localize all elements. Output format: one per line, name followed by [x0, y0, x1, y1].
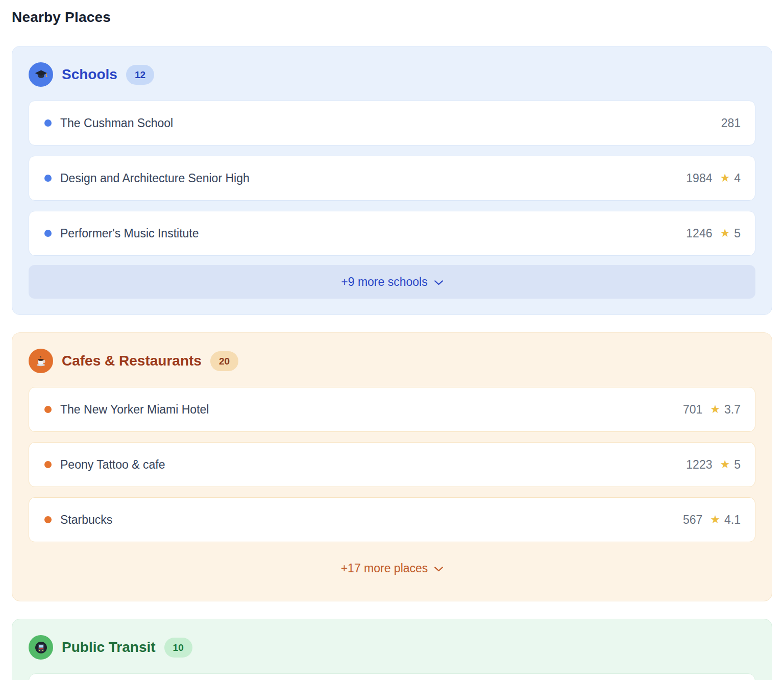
star-icon: ★	[710, 404, 720, 415]
star-icon: ★	[720, 173, 730, 184]
public-transit-section: Public Transit 10	[12, 619, 772, 680]
rating-value: 5	[734, 458, 741, 472]
place-name: Performer's Music Institute	[60, 227, 686, 240]
bullet-dot	[44, 230, 52, 237]
transit-list	[29, 673, 755, 680]
list-item[interactable]: Peony Tattoo & cafe 1223 ★ 5	[29, 442, 755, 487]
place-name: The Cushman School	[60, 116, 721, 130]
list-item[interactable]: Design and Architecture Senior High 1984…	[29, 156, 755, 201]
bullet-dot	[44, 406, 52, 413]
star-icon: ★	[720, 459, 730, 470]
rating-value: 4.1	[724, 513, 741, 527]
count-badge: 20	[210, 351, 238, 371]
place-name: Peony Tattoo & cafe	[60, 458, 686, 472]
review-count: 1984	[686, 172, 712, 185]
bullet-dot	[44, 175, 52, 182]
count-badge: 12	[126, 65, 154, 85]
place-name: The New Yorker Miami Hotel	[60, 403, 683, 417]
more-schools-button[interactable]: +9 more schools	[29, 265, 755, 299]
cafes-list: The New Yorker Miami Hotel 701 ★ 3.7 Peo…	[29, 387, 755, 542]
star-icon: ★	[720, 228, 730, 239]
list-item[interactable]	[29, 673, 755, 680]
bullet-dot	[44, 119, 52, 127]
chevron-down-icon	[434, 280, 443, 285]
metro-train-icon	[29, 635, 53, 660]
place-name: Starbucks	[60, 513, 683, 527]
bullet-dot	[44, 516, 52, 523]
review-count: 1246	[686, 227, 712, 240]
review-count: 281	[721, 116, 741, 130]
coffee-cup-icon	[29, 349, 53, 373]
schools-section: Schools 12 The Cushman School 281 Design…	[12, 46, 772, 315]
star-icon: ★	[710, 514, 720, 525]
bullet-dot	[44, 461, 52, 468]
review-count: 1223	[686, 458, 712, 472]
review-count: 567	[683, 513, 702, 527]
page-title: Nearby Places	[12, 9, 772, 26]
list-item[interactable]: Starbucks 567 ★ 4.1	[29, 497, 755, 542]
section-title: Schools	[62, 66, 117, 83]
more-places-button[interactable]: +17 more places	[29, 551, 755, 585]
graduation-cap-icon	[29, 62, 53, 87]
more-button-label: +9 more schools	[341, 275, 427, 289]
place-name: Design and Architecture Senior High	[60, 172, 686, 185]
rating-value: 5	[734, 227, 741, 240]
schools-section-header: Schools 12	[29, 62, 755, 87]
list-item[interactable]: The Cushman School 281	[29, 101, 755, 145]
schools-list: The Cushman School 281 Design and Archit…	[29, 101, 755, 256]
review-count: 701	[683, 403, 702, 417]
cafes-section-header: Cafes & Restaurants 20	[29, 349, 755, 373]
chevron-down-icon	[434, 567, 443, 572]
transit-section-header: Public Transit 10	[29, 635, 755, 660]
rating-value: 4	[734, 172, 741, 185]
list-item[interactable]: Performer's Music Institute 1246 ★ 5	[29, 211, 755, 256]
list-item[interactable]: The New Yorker Miami Hotel 701 ★ 3.7	[29, 387, 755, 432]
section-title: Cafes & Restaurants	[62, 353, 202, 369]
count-badge: 10	[164, 638, 192, 658]
more-button-label: +17 more places	[341, 562, 428, 575]
section-title: Public Transit	[62, 639, 156, 655]
rating-value: 3.7	[724, 403, 741, 417]
cafes-restaurants-section: Cafes & Restaurants 20 The New Yorker Mi…	[12, 332, 772, 601]
nearby-places-panel: Nearby Places Schools 12 The Cushman Sch…	[0, 0, 784, 680]
